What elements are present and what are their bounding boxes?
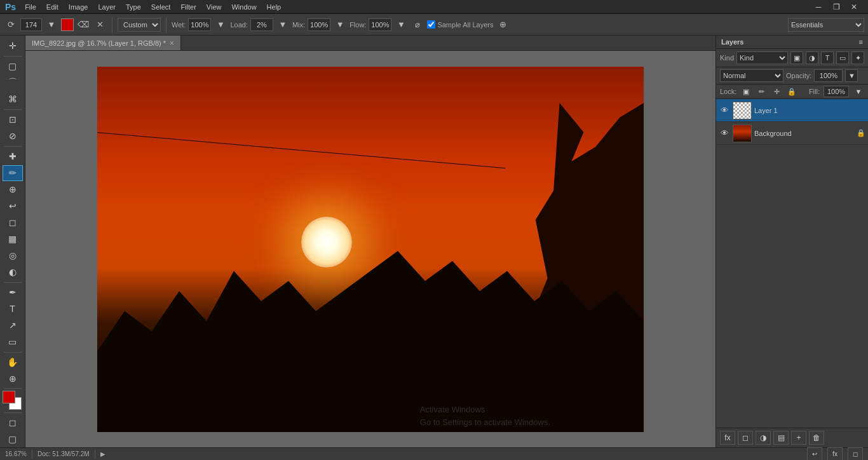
airbrush-button[interactable]: ⊕ (496, 18, 510, 32)
minimize-button[interactable]: ─ (810, 0, 827, 14)
brush-tool[interactable]: ✏ (3, 165, 23, 181)
left-panel: ✛ ▢ ⌒ ⌘ ⊡ ⊘ ✚ ✏ ⊕ ↩ ◻ ▦ ◎ ◐ ✒ T ↗ ▭ ✋ ⊕ … (0, 36, 25, 447)
flow-arrow[interactable]: ▼ (394, 18, 408, 32)
type-filter-btn[interactable]: T (821, 51, 834, 64)
canvas-inner[interactable] (97, 67, 644, 432)
clone-stamp-tool[interactable]: ⊕ (3, 182, 23, 198)
add-layer-style-btn[interactable]: fx (720, 431, 735, 445)
hand-tool[interactable]: ✋ (3, 354, 23, 370)
menu-view[interactable]: View (203, 3, 226, 11)
erase-mode-button[interactable]: ⌫ (76, 18, 90, 32)
shape-tool[interactable]: ▭ (3, 334, 23, 350)
layer-visibility-eye-background[interactable]: 👁 (719, 128, 730, 139)
text-tool[interactable]: T (3, 301, 23, 317)
menu-filter[interactable]: Filter (177, 3, 200, 11)
lock-pixels-btn[interactable]: ✏ (756, 86, 767, 97)
sunset-image (97, 67, 644, 432)
tool-sep-1 (4, 56, 22, 57)
screen-mode-button[interactable]: ▢ (3, 431, 23, 447)
layer-row-layer1[interactable]: 👁 Layer 1 (716, 99, 868, 122)
eraser-tool[interactable]: ◻ (3, 215, 23, 231)
layer-row-background[interactable]: 👁 Background 🔒 (716, 122, 868, 145)
history-btn[interactable]: ↩ (807, 447, 822, 461)
background-lock-icon: 🔒 (857, 129, 865, 137)
path-selection-tool[interactable]: ↗ (3, 318, 23, 334)
close-button[interactable]: ✕ (845, 0, 863, 14)
load-arrow[interactable]: ▼ (276, 18, 290, 32)
maximize-button[interactable]: ❐ (827, 0, 845, 14)
brush-preset-select[interactable]: Custom (118, 18, 161, 32)
lasso-tool[interactable]: ⌒ (3, 75, 23, 91)
stylus-pressure-button[interactable]: ⌀ (410, 18, 424, 32)
marquee-tool[interactable]: ▢ (3, 58, 23, 74)
adjustment-filter-btn[interactable]: ◑ (806, 51, 818, 64)
mix-arrow[interactable]: ▼ (333, 18, 347, 32)
doc-tab[interactable]: IMG_8922.jpg @ 16.7% (Layer 1, RGB/8) * … (25, 36, 181, 50)
menu-window[interactable]: Window (227, 3, 260, 11)
color-box (3, 391, 23, 410)
menu-select[interactable]: Select (147, 3, 175, 11)
cancel-button[interactable]: ✕ (93, 18, 107, 32)
delete-layer-btn[interactable]: 🗑 (809, 431, 824, 445)
pen-tool[interactable]: ✒ (3, 285, 23, 301)
new-layer-btn[interactable]: + (791, 431, 806, 445)
doc-tab-close[interactable]: × (170, 39, 174, 48)
blend-row: Normal Opacity: ▼ (716, 67, 868, 85)
healing-brush-tool[interactable]: ✚ (3, 149, 23, 165)
create-group-btn[interactable]: ▤ (773, 431, 789, 445)
canvas-container: Activate Windows Go to Settings to activ… (25, 51, 715, 447)
opacity-arrow[interactable]: ▼ (845, 69, 858, 82)
blend-mode-select[interactable]: Normal (720, 69, 783, 82)
mix-input[interactable] (308, 18, 330, 31)
history-brush-tool[interactable]: ↩ (3, 198, 23, 214)
tool-options-button[interactable]: ⟳ (4, 18, 18, 32)
fill-input[interactable] (824, 86, 849, 97)
menu-help[interactable]: Help (263, 3, 285, 11)
lock-all-btn[interactable]: 🔒 (786, 86, 797, 97)
add-mask-btn[interactable]: ◻ (738, 431, 753, 445)
dodge-tool[interactable]: ◐ (3, 264, 23, 280)
wet-input[interactable] (188, 18, 211, 31)
fx-status-btn[interactable]: fx (827, 447, 843, 461)
sample-all-layers-checkbox[interactable] (427, 20, 435, 29)
blur-tool[interactable]: ◎ (3, 248, 23, 264)
crop-tool[interactable]: ⊡ (3, 112, 23, 128)
kind-label: Kind (720, 54, 734, 62)
shape-filter-btn[interactable]: ▭ (836, 51, 849, 64)
brush-color-swatch[interactable] (61, 18, 74, 31)
eyedropper-tool[interactable]: ⊘ (3, 128, 23, 144)
gradient-tool[interactable]: ▦ (3, 231, 23, 247)
brush-picker-button[interactable]: ▼ (44, 18, 58, 32)
menu-image[interactable]: Image (65, 3, 92, 11)
flow-input[interactable] (369, 18, 391, 31)
workspace-select[interactable]: Essentials (788, 18, 864, 32)
menu-file[interactable]: File (21, 3, 40, 11)
move-tool[interactable]: ✛ (3, 38, 23, 54)
fill-arrow[interactable]: ▼ (853, 86, 864, 97)
quick-selection-tool[interactable]: ⌘ (3, 91, 23, 107)
lock-position-btn[interactable]: ✛ (771, 86, 782, 97)
foreground-color-swatch[interactable] (3, 391, 15, 403)
menu-edit[interactable]: Edit (43, 3, 62, 11)
menu-layer[interactable]: Layer (94, 3, 119, 11)
pixel-filter-btn[interactable]: ▣ (790, 51, 803, 64)
status-arrow[interactable]: ▶ (100, 450, 105, 457)
kind-select[interactable]: Kind (736, 51, 788, 64)
brush-size-input[interactable] (20, 18, 42, 31)
right-panel: Layers ≡ Kind Kind ▣ ◑ T ▭ ✦ Normal Opac… (715, 36, 868, 447)
smart-filter-btn[interactable]: ✦ (851, 51, 864, 64)
zoom-tool[interactable]: ⊕ (3, 370, 23, 386)
opacity-input[interactable] (814, 69, 843, 82)
toolbar-separator-2 (166, 17, 166, 32)
mask-status-btn[interactable]: ◻ (848, 447, 863, 461)
load-input[interactable] (250, 18, 273, 31)
menu-type[interactable]: Type (122, 3, 145, 11)
tool-sep-5 (4, 352, 22, 353)
layers-panel-menu-icon[interactable]: ≡ (859, 38, 863, 46)
lock-transparent-btn[interactable]: ▣ (740, 86, 752, 97)
add-adjustment-btn[interactable]: ◑ (756, 431, 771, 445)
quick-mask-button[interactable]: ◻ (3, 415, 23, 431)
layer-visibility-eye-layer1[interactable]: 👁 (719, 105, 730, 116)
wet-arrow[interactable]: ▼ (214, 18, 227, 32)
layers-header: Layers ≡ (716, 36, 868, 49)
